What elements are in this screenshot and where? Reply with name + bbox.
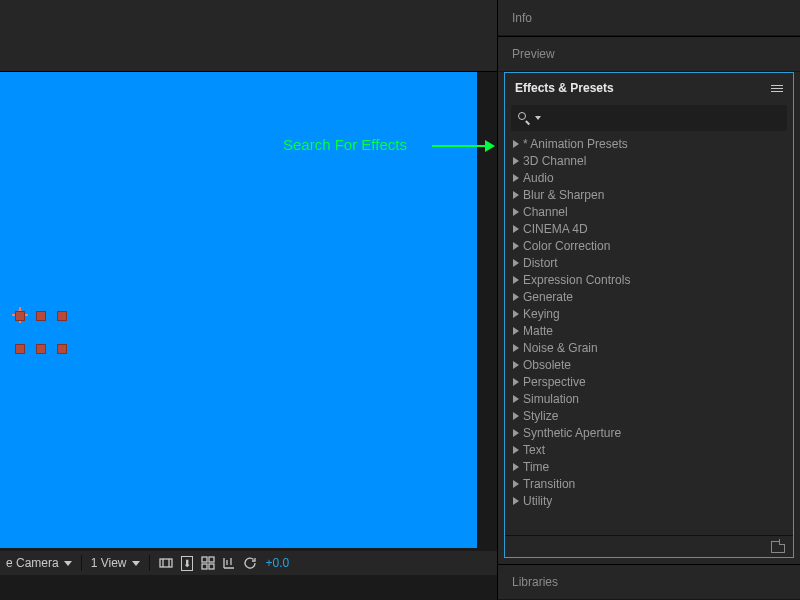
disclosure-triangle-icon (513, 140, 519, 148)
transform-handle[interactable] (15, 344, 25, 354)
disclosure-triangle-icon (513, 259, 519, 267)
effects-category[interactable]: Stylize (509, 407, 789, 424)
effects-category[interactable]: Expression Controls (509, 271, 789, 288)
separator (81, 555, 82, 571)
viewer-tab-bar (0, 0, 497, 72)
category-label: 3D Channel (523, 154, 586, 168)
disclosure-triangle-icon (513, 225, 519, 233)
effects-panel-footer (505, 535, 793, 557)
disclosure-triangle-icon (513, 293, 519, 301)
disclosure-triangle-icon (513, 429, 519, 437)
category-label: CINEMA 4D (523, 222, 588, 236)
composition-viewer[interactable] (0, 72, 497, 550)
panel-menu-icon[interactable] (771, 85, 783, 92)
effects-category[interactable]: Synthetic Aperture (509, 424, 789, 441)
svg-rect-1 (202, 557, 207, 562)
disclosure-triangle-icon (513, 208, 519, 216)
info-panel-header[interactable]: Info (498, 0, 800, 36)
category-label: Expression Controls (523, 273, 630, 287)
effects-category[interactable]: * Animation Presets (509, 135, 789, 152)
effects-category[interactable]: Distort (509, 254, 789, 271)
new-preset-icon[interactable] (771, 541, 785, 553)
libraries-label: Libraries (512, 575, 558, 589)
svg-rect-0 (160, 559, 172, 567)
refresh-icon[interactable] (241, 554, 259, 572)
disclosure-triangle-icon (513, 412, 519, 420)
transform-handle[interactable] (57, 344, 67, 354)
category-label: Audio (523, 171, 554, 185)
category-label: Color Correction (523, 239, 610, 253)
transform-handle[interactable] (57, 311, 67, 321)
svg-rect-3 (202, 564, 207, 569)
effects-category[interactable]: CINEMA 4D (509, 220, 789, 237)
info-label: Info (512, 11, 532, 25)
category-label: Distort (523, 256, 558, 270)
category-label: Stylize (523, 409, 558, 423)
category-label: Transition (523, 477, 575, 491)
svg-rect-2 (209, 557, 214, 562)
category-label: Perspective (523, 375, 586, 389)
transform-handle[interactable] (36, 344, 46, 354)
effects-category-list: * Animation Presets3D ChannelAudioBlur &… (505, 135, 793, 535)
disclosure-triangle-icon (513, 344, 519, 352)
effects-category[interactable]: Text (509, 441, 789, 458)
effects-category[interactable]: Color Correction (509, 237, 789, 254)
effects-category[interactable]: Audio (509, 169, 789, 186)
disclosure-triangle-icon (513, 276, 519, 284)
bottom-spacer (0, 575, 497, 600)
effects-category[interactable]: Transition (509, 475, 789, 492)
effects-category[interactable]: Time (509, 458, 789, 475)
preview-panel-header[interactable]: Preview (498, 36, 800, 72)
views-label: 1 View (91, 556, 127, 570)
libraries-panel-header[interactable]: Libraries (498, 564, 800, 600)
fast-preview-icon[interactable] (199, 554, 217, 572)
effects-category[interactable]: 3D Channel (509, 152, 789, 169)
selected-shape-layer[interactable] (10, 306, 66, 354)
disclosure-triangle-icon (513, 310, 519, 318)
effects-category[interactable]: Keying (509, 305, 789, 322)
effects-search-input[interactable] (545, 110, 781, 126)
effects-category[interactable]: Matte (509, 322, 789, 339)
category-label: * Animation Presets (523, 137, 628, 151)
effects-category[interactable]: Channel (509, 203, 789, 220)
category-label: Simulation (523, 392, 579, 406)
disclosure-triangle-icon (513, 497, 519, 505)
timeline-icon[interactable] (220, 554, 238, 572)
disclosure-triangle-icon (513, 361, 519, 369)
share-view-icon[interactable] (157, 554, 175, 572)
right-panel-stack: Info Preview Effects & Presets * Animati… (497, 0, 800, 600)
effects-category[interactable]: Perspective (509, 373, 789, 390)
effects-category[interactable]: Noise & Grain (509, 339, 789, 356)
chevron-down-icon (64, 561, 72, 566)
effects-category[interactable]: Generate (509, 288, 789, 305)
category-label: Utility (523, 494, 552, 508)
category-label: Text (523, 443, 545, 457)
disclosure-triangle-icon (513, 191, 519, 199)
search-icon (517, 111, 531, 125)
views-dropdown[interactable]: 1 View (89, 556, 142, 570)
disclosure-triangle-icon (513, 174, 519, 182)
composition-canvas[interactable] (0, 72, 477, 548)
category-label: Blur & Sharpen (523, 188, 604, 202)
search-options-icon[interactable] (535, 116, 541, 120)
separator (149, 555, 150, 571)
pixel-aspect-icon[interactable]: ⬇ (178, 554, 196, 572)
disclosure-triangle-icon (513, 327, 519, 335)
transform-handle[interactable] (36, 311, 46, 321)
category-label: Time (523, 460, 549, 474)
transform-handle[interactable] (15, 311, 25, 321)
effects-category[interactable]: Simulation (509, 390, 789, 407)
camera-dropdown[interactable]: e Camera (4, 556, 74, 570)
disclosure-triangle-icon (513, 157, 519, 165)
effects-category[interactable]: Obsolete (509, 356, 789, 373)
effects-presets-panel: Effects & Presets * Animation Presets3D … (504, 72, 794, 558)
camera-label: e Camera (6, 556, 59, 570)
disclosure-triangle-icon (513, 378, 519, 386)
effects-category[interactable]: Blur & Sharpen (509, 186, 789, 203)
effects-category[interactable]: Utility (509, 492, 789, 509)
effects-panel-header[interactable]: Effects & Presets (505, 73, 793, 103)
exposure-value[interactable]: +0.0 (266, 556, 290, 570)
preview-label: Preview (512, 47, 555, 61)
category-label: Generate (523, 290, 573, 304)
effects-search-field[interactable] (511, 105, 787, 131)
